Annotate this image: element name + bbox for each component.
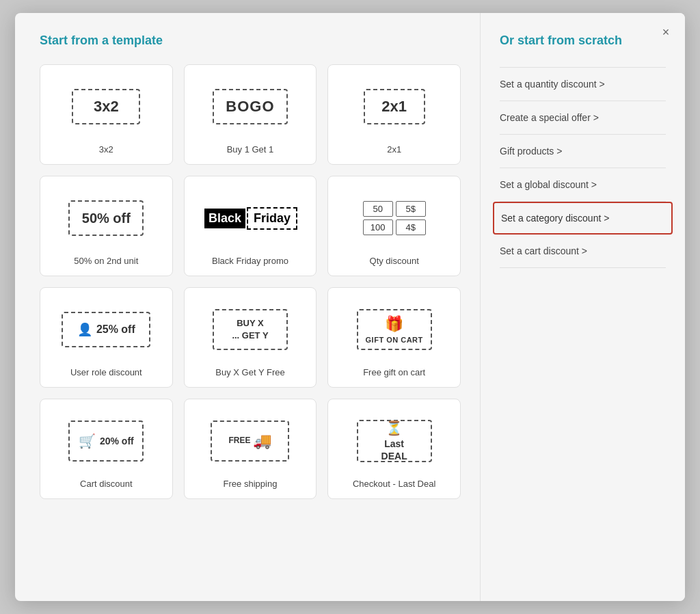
qty-row-1: 50 5$: [363, 201, 426, 217]
template-visual-lastdeal: ⏳ LastDEAL: [357, 420, 432, 462]
template-label-cartdiscount: Cart discount: [80, 479, 133, 489]
last-deal-text: LastDEAL: [381, 438, 407, 462]
template-label-3x2: 3x2: [99, 144, 113, 155]
template-visual-50off: 50% off: [68, 200, 144, 236]
qty-cell-100: 100: [363, 219, 393, 235]
template-label-userrole: User role discount: [70, 367, 142, 377]
scratch-item-cart-discount[interactable]: Set a cart discount >: [500, 235, 666, 268]
template-visual-buyxgety: BUY X ... GET Y: [213, 309, 288, 350]
template-visual-freeshipping: FREE 🚚: [211, 421, 289, 462]
template-image-3x2: 3x2: [49, 76, 164, 137]
template-card-buyxgety[interactable]: BUY X ... GET Y Buy X Get Y Free: [184, 287, 317, 388]
template-image-buyxgety: BUY X ... GET Y: [193, 299, 308, 360]
bf-friday-text: Friday: [247, 207, 297, 230]
qty-row-2: 100 4$: [363, 219, 426, 235]
template-card-2x1[interactable]: 2x1 2x1: [327, 64, 461, 165]
template-label-2x1: 2x1: [387, 144, 401, 155]
cart-icon: 🛒: [79, 433, 96, 449]
modal-overlay: × Start from a template 3x2 3x2 BOGO Buy: [0, 0, 700, 614]
template-image-giftcart: 🎁 GIFT ON CART: [336, 299, 452, 360]
modal: × Start from a template 3x2 3x2 BOGO Buy: [15, 13, 685, 601]
left-panel: Start from a template 3x2 3x2 BOGO Buy 1…: [15, 13, 480, 601]
qty-cell-4dollar: 4$: [396, 219, 426, 235]
template-label-giftcart: Free gift on cart: [363, 367, 425, 377]
scratch-item-category-discount[interactable]: Set a category discount >: [493, 202, 673, 235]
template-image-qtydiscount: 50 5$ 100 4$: [336, 187, 452, 249]
qty-cell-5dollar: 5$: [396, 201, 426, 217]
truck-icon: 🚚: [253, 432, 271, 450]
scratch-item-gift-products[interactable]: Gift products >: [500, 135, 666, 168]
right-panel-title: Or start from scratch: [500, 34, 666, 48]
template-card-qtydiscount[interactable]: 50 5$ 100 4$ Qty discount: [327, 176, 461, 276]
template-image-blackfriday: Black Friday: [193, 187, 308, 249]
template-visual-cartdiscount: 🛒 20% off: [68, 421, 144, 462]
template-image-50off: 50% off: [49, 187, 164, 249]
gift-on-cart-text: GIFT ON CART: [366, 336, 423, 344]
template-label-qtydiscount: Qty discount: [370, 256, 419, 266]
template-visual-blackfriday: Black Friday: [203, 207, 297, 230]
template-card-lastdeal[interactable]: ⏳ LastDEAL Checkout - Last Deal: [327, 399, 461, 499]
qty-cell-50: 50: [363, 201, 393, 217]
scratch-item-special-offer[interactable]: Create a special offer >: [500, 101, 666, 135]
template-visual-3x2: 3x2: [72, 89, 140, 124]
free-text: FREE: [228, 436, 250, 446]
template-card-freeshipping[interactable]: FREE 🚚 Free shipping: [184, 399, 317, 499]
scratch-item-global-discount[interactable]: Set a global discount >: [500, 168, 666, 202]
template-label-blackfriday: Black Friday promo: [212, 256, 288, 266]
template-label-bogo: Buy 1 Get 1: [227, 144, 274, 155]
template-label-buyxgety: Buy X Get Y Free: [215, 367, 284, 377]
template-card-50off[interactable]: 50% off 50% on 2nd unit: [40, 176, 173, 276]
timer-icon: ⏳: [386, 420, 403, 436]
buyxgety-line2: ... GET Y: [232, 330, 268, 342]
template-label-lastdeal: Checkout - Last Deal: [353, 479, 435, 489]
template-card-3x2[interactable]: 3x2 3x2: [40, 64, 173, 165]
buyxgety-line1: BUY X: [237, 317, 264, 330]
scratch-item-qty-discount[interactable]: Set a quantity discount >: [500, 67, 666, 101]
person-icon: 👤: [77, 322, 92, 337]
template-card-bogo[interactable]: BOGO Buy 1 Get 1: [184, 64, 317, 165]
template-image-cartdiscount: 🛒 20% off: [49, 410, 164, 472]
template-visual-giftcart: 🎁 GIFT ON CART: [357, 309, 432, 350]
template-card-cartdiscount[interactable]: 🛒 20% off Cart discount: [40, 399, 173, 499]
template-image-freeshipping: FREE 🚚: [193, 410, 308, 472]
template-image-2x1: 2x1: [336, 76, 452, 137]
template-image-bogo: BOGO: [193, 76, 308, 137]
gift-icon: 🎁: [385, 315, 403, 333]
template-label-50off: 50% on 2nd unit: [74, 256, 138, 266]
template-visual-bogo: BOGO: [213, 89, 288, 124]
template-card-giftcart[interactable]: 🎁 GIFT ON CART Free gift on cart: [327, 287, 461, 388]
template-image-userrole: 👤 25% off: [49, 299, 164, 360]
userrole-text: 25% off: [96, 323, 135, 336]
cart-pct-text: 20% off: [100, 436, 134, 446]
template-card-blackfriday[interactable]: Black Friday Black Friday promo: [184, 176, 317, 276]
scratch-list: Set a quantity discount > Create a speci…: [500, 67, 666, 268]
template-visual-userrole: 👤 25% off: [62, 312, 150, 347]
left-panel-title: Start from a template: [40, 34, 461, 48]
template-card-userrole[interactable]: 👤 25% off User role discount: [40, 287, 173, 388]
template-grid: 3x2 3x2 BOGO Buy 1 Get 1 2x1 2x1: [40, 64, 461, 499]
template-label-freeshipping: Free shipping: [224, 479, 278, 489]
close-button[interactable]: ×: [656, 23, 675, 42]
template-visual-2x1: 2x1: [364, 89, 425, 124]
right-panel: Or start from scratch Set a quantity dis…: [480, 13, 685, 601]
bf-black-text: Black: [203, 207, 247, 230]
template-image-lastdeal: ⏳ LastDEAL: [336, 410, 452, 472]
template-visual-qtydiscount: 50 5$ 100 4$: [363, 201, 426, 235]
